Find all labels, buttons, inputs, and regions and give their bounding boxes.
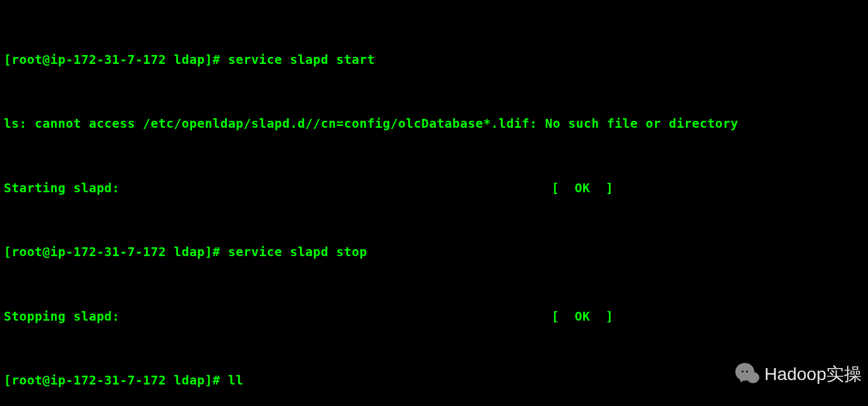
shell-prompt: [root@ip-172-31-7-172 ldap]# [4, 52, 228, 67]
command-stop: service slapd stop [228, 245, 367, 259]
starting-slapd-line: Starting slapd:[ OK ] [4, 180, 613, 196]
stopping-label: Stopping slapd: [4, 309, 120, 324]
prompt-line-start: [root@ip-172-31-7-172 ldap]# service sla… [4, 52, 865, 68]
wechat-icon [734, 363, 759, 386]
command-start: service slapd start [228, 52, 375, 67]
watermark-text: Hadoop实操 [764, 363, 862, 386]
starting-label: Starting slapd: [4, 180, 120, 196]
command-ll: ll [228, 373, 243, 388]
stopping-slapd-line: Stopping slapd:[ OK ] [4, 309, 613, 324]
shell-prompt: [root@ip-172-31-7-172 ldap]# [4, 373, 228, 388]
terminal-output[interactable]: [root@ip-172-31-7-172 ldap]# service sla… [0, 0, 868, 406]
ok-status: [ OK ] [552, 180, 613, 196]
prompt-line-stop: [root@ip-172-31-7-172 ldap]# service sla… [4, 244, 865, 260]
watermark: Hadoop实操 [734, 363, 862, 386]
shell-prompt: [root@ip-172-31-7-172 ldap]# [4, 245, 228, 259]
error-line: ls: cannot access /etc/openldap/slapd.d/… [4, 116, 865, 132]
ok-status: [ OK ] [552, 309, 613, 324]
